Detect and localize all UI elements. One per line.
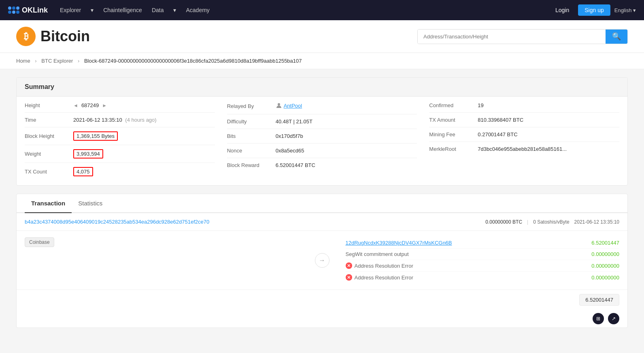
tab-transaction[interactable]: Transaction — [25, 194, 72, 213]
txamount-value: 810.33968407 BTC — [478, 117, 523, 123]
output-row-0: 12dRugNcdxK39288NjcDV4GX7rMsKCGn6B 6.520… — [346, 237, 620, 249]
logo-dot — [8, 11, 11, 14]
login-button[interactable]: Login — [550, 4, 574, 16]
summary-row-confirmed: Confirmed 19 — [429, 98, 619, 113]
logo[interactable]: OKLink — [8, 6, 48, 15]
output-row-1: SegWit commitment output 0.00000000 — [346, 249, 620, 260]
merkleroot-value: 7d3bc046e955abebb281e58a85161... — [478, 146, 567, 152]
person-icon — [276, 102, 282, 109]
summary-row-time: Time 2021-06-12 13:35:10 (4 hours ago) — [25, 113, 215, 127]
summary-row-weight: Weight 3,993,594 — [25, 145, 215, 163]
tx-separator: | — [527, 219, 528, 225]
search-input[interactable] — [418, 30, 606, 44]
error-icon-2: ✕ — [346, 262, 352, 269]
transaction-card: Transaction Statistics b4a23c4374008d95e… — [16, 194, 628, 328]
tx-btc-amount: 0.00000000 BTC — [485, 219, 522, 225]
main-content: Summary Height ◄ 687249 ► Time 2 — [0, 69, 644, 344]
next-block-arrow[interactable]: ► — [102, 103, 107, 108]
tx-total: 6.52001447 — [17, 290, 627, 310]
nav-academy[interactable]: Academy — [186, 7, 209, 13]
label-confirmed: Confirmed — [429, 102, 474, 108]
label-relayed: Relayed By — [227, 103, 272, 109]
summary-row-blockheight: Block Height 1,369,155 Bytes — [25, 127, 215, 145]
svg-point-0 — [278, 103, 280, 106]
output-label-1: SegWit commitment output — [346, 251, 409, 257]
summary-row-miningfee: Mining Fee 0.27001447 BTC — [429, 127, 619, 142]
summary-card: Summary Height ◄ 687249 ► Time 2 — [16, 77, 628, 186]
label-merkleroot: MerkleRoot — [429, 146, 474, 152]
summary-col-1: Height ◄ 687249 ► Time 2021-06-12 13:35:… — [25, 98, 215, 180]
share-icon[interactable]: ↗ — [608, 313, 619, 324]
time-value: 2021-06-12 13:35:10 (4 hours ago) — [73, 117, 157, 123]
tx-body: Coinbase → 12dRugNcdxK39288NjcDV4GX7rMsK… — [17, 231, 627, 290]
label-weight: Weight — [25, 151, 69, 157]
logo-dot — [12, 6, 15, 10]
summary-row-merkleroot: MerkleRoot 7d3bc046e955abebb281e58a85161… — [429, 142, 619, 156]
label-miningfee: Mining Fee — [429, 131, 474, 137]
nav-explorer[interactable]: Explorer — [60, 7, 81, 13]
bits-value: 0x170d5f7b — [276, 133, 303, 139]
search-bar: 🔍 — [417, 29, 628, 44]
tx-outputs: 12dRugNcdxK39288NjcDV4GX7rMsKCGn6B 6.520… — [346, 237, 620, 283]
coin-name: Bitcoin — [40, 28, 90, 45]
error-row-2: ✕ Address Resolution Error — [346, 262, 413, 269]
breadcrumb-explorer[interactable]: BTC Explorer — [41, 58, 73, 64]
tx-inputs: Coinbase — [25, 237, 299, 247]
tx-satoshi: 0 Satoshis/vByte — [533, 219, 569, 225]
logo-dot — [12, 11, 15, 14]
breadcrumb: Home › BTC Explorer › Block-687249-00000… — [0, 53, 644, 69]
logo-dot — [8, 6, 11, 10]
coinbase-badge: Coinbase — [25, 237, 54, 247]
logo-dots — [8, 6, 19, 14]
output-amount-1: 0.00000000 — [591, 251, 619, 257]
btc-icon: ₿ — [16, 27, 36, 46]
tx-total-amount: 6.52001447 — [579, 294, 619, 306]
logo-dot — [16, 6, 19, 10]
prev-block-arrow[interactable]: ◄ — [73, 103, 78, 108]
signup-button[interactable]: Sign up — [578, 4, 610, 16]
tabs: Transaction Statistics — [17, 194, 627, 213]
breadcrumb-home[interactable]: Home — [16, 58, 30, 64]
page-header: ₿ Bitcoin 🔍 — [0, 20, 644, 53]
antpool-link[interactable]: AntPool — [284, 103, 302, 109]
navbar: OKLink Explorer ▾ Chaintelligence Data ▾… — [0, 0, 644, 20]
language-selector[interactable]: English ▾ — [614, 7, 636, 13]
tab-statistics[interactable]: Statistics — [72, 194, 109, 213]
error-icon-3: ✕ — [346, 274, 352, 281]
txcount-value: 4,075 — [73, 167, 93, 176]
nav-data[interactable]: Data — [152, 7, 164, 13]
time-ago: (4 hours ago) — [125, 117, 156, 123]
blockreward-value: 6.52001447 BTC — [276, 162, 315, 168]
label-blockheight: Block Height — [25, 133, 69, 139]
summary-row-nonce: Nonce 0x8a5ecd65 — [227, 144, 417, 158]
tx-arrow: → — [315, 253, 329, 268]
coin-title: ₿ Bitcoin — [16, 27, 90, 46]
error-text-3: Address Resolution Error — [355, 275, 413, 281]
search-button[interactable]: 🔍 — [606, 30, 627, 44]
tx-timestamp: 2021-06-12 13:35:10 — [574, 219, 619, 225]
miningfee-value: 0.27001447 BTC — [478, 131, 517, 137]
logo-dot — [16, 11, 19, 14]
label-blockreward: Block Reward — [227, 162, 272, 168]
breadcrumb-sep2: › — [78, 58, 79, 64]
error-text-2: Address Resolution Error — [355, 263, 413, 269]
summary-row-bits: Bits 0x170d5f7b — [227, 129, 417, 144]
output-amount-2: 0.00000000 — [591, 263, 619, 269]
expand-icon[interactable]: ⊞ — [593, 313, 604, 324]
nav-chaintelligence[interactable]: Chaintelligence — [103, 7, 142, 13]
difficulty-value: 40.48T | 21.05T — [276, 118, 312, 125]
summary-header: Summary — [17, 78, 627, 97]
output-amount-0: 6.52001447 — [591, 240, 619, 246]
output-row-2: ✕ Address Resolution Error 0.00000000 — [346, 260, 620, 272]
error-row-3: ✕ Address Resolution Error — [346, 274, 413, 281]
summary-col-3: Confirmed 19 TX Amount 810.33968407 BTC … — [429, 98, 619, 180]
height-value: 687249 — [81, 102, 99, 108]
output-addr-0[interactable]: 12dRugNcdxK39288NjcDV4GX7rMsKCGn6B — [346, 240, 452, 246]
tx-header: b4a23c4374008d95e406409019c24528235ab534… — [17, 213, 627, 231]
bottom-icons: ⊞ ↗ — [17, 310, 627, 328]
summary-row-txamount: TX Amount 810.33968407 BTC — [429, 113, 619, 127]
label-nonce: Nonce — [227, 148, 272, 154]
confirmed-value: 19 — [478, 102, 483, 108]
height-nav: ◄ 687249 ► — [73, 102, 107, 108]
tx-hash-link[interactable]: b4a23c4374008d95e406409019c24528235ab534… — [25, 219, 209, 225]
